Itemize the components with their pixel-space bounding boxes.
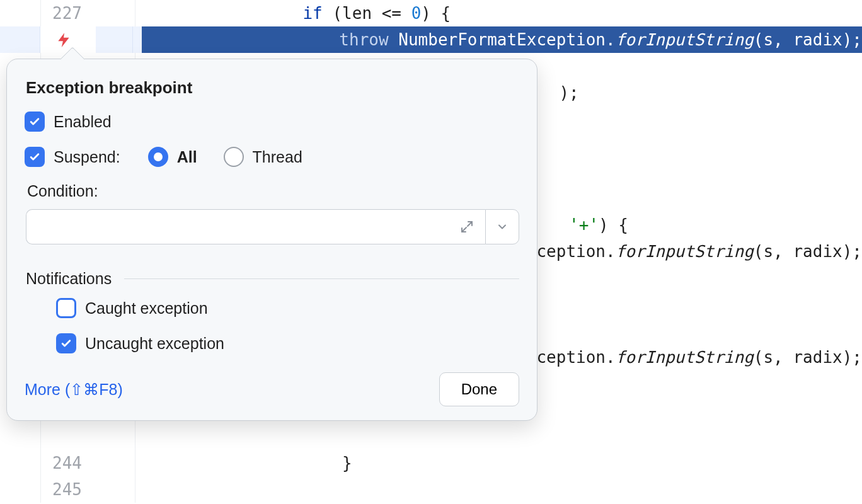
popover-title: Exception breakpoint [26,78,519,98]
suspend-checkbox[interactable] [25,147,45,167]
suspend-thread-radio[interactable] [224,147,244,167]
caught-row: Caught exception [25,298,519,318]
expand-icon[interactable] [449,219,485,234]
uncaught-row: Uncaught exception [25,333,519,353]
enabled-row: Enabled [25,112,519,132]
condition-field [26,209,519,244]
uncaught-checkbox[interactable] [56,333,76,353]
enabled-label: Enabled [54,113,112,131]
check-icon [28,151,41,163]
code-line [0,423,862,450]
condition-dropdown[interactable] [485,209,519,244]
more-link[interactable]: More (⇧⌘F8) [25,381,123,399]
uncaught-label: Uncaught exception [85,335,224,353]
condition-input[interactable] [26,209,485,244]
suspend-row: Suspend: All Thread [25,147,519,167]
notifications-heading: Notifications [26,270,519,288]
code-line: 227 if (len <= 0) { [0,0,862,26]
done-button[interactable]: Done [439,372,519,406]
caught-checkbox[interactable] [56,298,76,318]
line-number [41,423,98,450]
code-line-current: throw NumberFormatException.forInputStri… [0,26,862,53]
enabled-checkbox[interactable] [25,112,45,132]
suspend-thread-label: Thread [253,148,302,166]
code-line: 244 } [0,450,862,476]
notifications-label: Notifications [26,270,112,288]
suspend-all-radio[interactable] [148,147,168,167]
line-number: 227 [41,0,98,26]
code-text: throw NumberFormatException.forInputStri… [142,26,862,53]
check-icon [28,115,41,128]
line-number: 245 [41,476,98,503]
code-text: } [145,450,352,476]
check-icon [60,337,72,350]
code-text: if (len <= 0) { [145,0,451,26]
caught-label: Caught exception [85,299,208,318]
suspend-all-label: All [177,148,197,166]
chevron-down-icon [496,220,509,233]
condition-label: Condition: [27,182,519,200]
breakpoint-gutter[interactable] [40,26,96,53]
lightning-icon [55,32,72,48]
divider [124,278,519,279]
suspend-label: Suspend: [54,148,120,166]
line-number: 244 [41,450,98,476]
code-line: 245 [0,476,862,503]
breakpoint-popover: Exception breakpoint Enabled Suspend: Al… [6,59,537,421]
